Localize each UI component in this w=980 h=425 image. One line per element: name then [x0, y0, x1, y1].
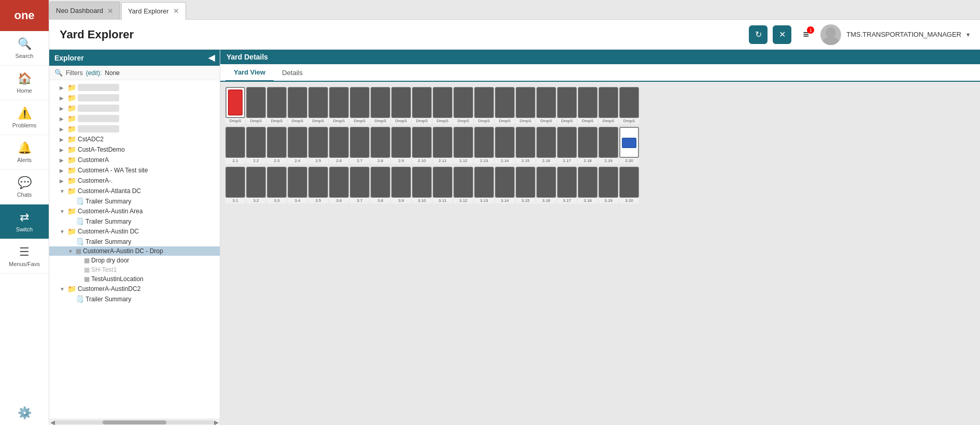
yard-slot-r2-18[interactable] [578, 127, 598, 158]
yard-slot-r1-2[interactable] [246, 87, 266, 118]
app-logo[interactable]: one [0, 0, 49, 31]
yard-slot-r3-5[interactable] [308, 167, 328, 198]
yard-slot-r3-14[interactable] [495, 167, 515, 198]
yard-slot-r1-20[interactable] [619, 87, 639, 118]
yard-slot-r2-10[interactable] [412, 127, 432, 158]
tree-item-trailer-summary-austin-dc[interactable]: 🗒️ Trailer Summary [49, 237, 220, 246]
tree-item-customera-atlanta[interactable]: ▼ 📁 CustomerA-Atlanta DC [49, 186, 220, 196]
tree-item-trailer-summary-austindc2[interactable]: 🗒️ Trailer Summary [49, 294, 220, 304]
sidebar-item-search[interactable]: 🔍 Search [0, 31, 49, 66]
yard-slot-r3-8[interactable] [371, 167, 390, 198]
scroll-left-arrow[interactable]: ◀ [50, 419, 55, 426]
scroll-right-arrow[interactable]: ▶ [214, 419, 219, 426]
yard-slot-r1-4[interactable] [288, 87, 307, 118]
yard-slot-r2-14[interactable] [495, 127, 515, 158]
yard-slot-r3-12[interactable] [453, 167, 473, 198]
tree-item-custa-testdemo[interactable]: ▶ 📁 CustA-TestDemo [49, 144, 220, 155]
yard-slot-r2-4[interactable] [288, 127, 307, 158]
yard-slot-r1-9[interactable] [391, 87, 411, 118]
yard-slot-r1-5[interactable] [308, 87, 328, 118]
tree-item-customera-dot[interactable]: ▶ 📁 CustomerA-. [49, 175, 220, 186]
tree-item-blurred-5[interactable]: ▶ 📁 [49, 124, 220, 134]
yard-slot-r2-13[interactable] [474, 127, 494, 158]
sidebar-item-home[interactable]: 🏠 Home [0, 66, 49, 100]
explorer-collapse-button[interactable]: ◀ [208, 53, 215, 63]
yard-slot-r1-7[interactable] [350, 87, 370, 118]
yard-slot-r2-1[interactable] [225, 127, 245, 158]
yard-slot-r2-8[interactable] [371, 127, 390, 158]
yard-slot-r2-16[interactable] [536, 127, 556, 158]
tree-item-test-austin-location[interactable]: ▦ TestAustinLocation [49, 274, 220, 284]
yard-slot-r1-16[interactable] [536, 87, 556, 118]
yard-slot-r2-19[interactable] [599, 127, 618, 158]
yard-slot-r3-9[interactable] [391, 167, 411, 198]
yard-slot-r3-17[interactable] [557, 167, 577, 198]
tab-close-neo-dashboard[interactable]: ✕ [107, 7, 113, 14]
tree-item-drop-dry-door[interactable]: ▦ Drop dry door [49, 256, 220, 265]
tree-item-customera-austindc2[interactable]: ▼ 📁 CustomerA-AustinDC2 [49, 284, 220, 294]
yard-slot-r2-3[interactable] [267, 127, 287, 158]
yard-slot-r3-19[interactable] [599, 167, 618, 198]
yard-slot-r2-12[interactable] [453, 127, 473, 158]
yard-slot-r3-10[interactable] [412, 167, 432, 198]
yard-slot-r1-19[interactable] [599, 87, 618, 118]
yard-slot-r1-18[interactable] [578, 87, 598, 118]
yard-slot-r2-5[interactable] [308, 127, 328, 158]
tab-yard-view[interactable]: Yard View [225, 64, 274, 82]
sidebar-item-settings[interactable]: ⚙️ [0, 401, 49, 425]
tree-item-blurred-1[interactable]: ▶ 📁 [49, 82, 220, 93]
yard-slot-r2-9[interactable] [391, 127, 411, 158]
tree-item-sh-test1[interactable]: ▦ SH-Test1 [49, 265, 220, 274]
yard-slot-r3-6[interactable] [329, 167, 349, 198]
yard-slot-r2-17[interactable] [557, 127, 577, 158]
yard-slot-r3-3[interactable] [267, 167, 287, 198]
yard-slot-r2-20-blue[interactable] [619, 127, 639, 158]
yard-slot-r3-16[interactable] [536, 167, 556, 198]
yard-slot-r3-18[interactable] [578, 167, 598, 198]
user-dropdown-icon[interactable]: ▾ [967, 31, 970, 38]
tree-item-customera-austin-dc[interactable]: ▼ 📁 CustomerA-Austin DC [49, 226, 220, 237]
yard-slot-r1-12[interactable] [453, 87, 473, 118]
yard-slot-r2-11[interactable] [433, 127, 452, 158]
yard-slot-r3-11[interactable] [433, 167, 452, 198]
tab-details[interactable]: Details [274, 64, 311, 81]
yard-slot-r3-7[interactable] [350, 167, 370, 198]
yard-slot-r1-3[interactable] [267, 87, 287, 118]
sidebar-item-switch[interactable]: ⇄ Switch [0, 204, 49, 239]
yard-slot-r3-2[interactable] [246, 167, 266, 198]
tree-item-blurred-3[interactable]: ▶ 📁 [49, 103, 220, 113]
yard-slot-r1-17[interactable] [557, 87, 577, 118]
yard-slot-r3-20[interactable] [619, 167, 639, 198]
yard-slot-r1-11[interactable] [433, 87, 452, 118]
sidebar-item-chats[interactable]: 💬 Chats [0, 170, 49, 204]
tab-yard-explorer[interactable]: Yard Explorer ✕ [121, 2, 186, 20]
menu-button[interactable]: ≡ 1 [797, 25, 815, 44]
tree-item-trailer-summary-atlanta[interactable]: 🗒️ Trailer Summary [49, 196, 220, 206]
yard-slot-r1-13[interactable] [474, 87, 494, 118]
yard-slot-r3-15[interactable] [516, 167, 535, 198]
tab-neo-dashboard[interactable]: Neo Dashboard ✕ [49, 2, 120, 19]
sidebar-item-alerts[interactable]: 🔔 Alerts [0, 135, 49, 170]
yard-slot-r2-6[interactable] [329, 127, 349, 158]
sidebar-item-problems[interactable]: ⚠️ Problems [0, 100, 49, 135]
filters-edit-link[interactable]: (edit): [86, 69, 102, 77]
yard-slot-r3-4[interactable] [288, 167, 307, 198]
tree-item-blurred-2[interactable]: ▶ 📁 [49, 93, 220, 103]
yard-slot-red[interactable] [225, 87, 245, 118]
tree-item-customera[interactable]: ▶ 📁 CustomerA [49, 155, 220, 165]
scroll-track[interactable] [55, 420, 214, 424]
yard-slot-r2-15[interactable] [516, 127, 535, 158]
tree-item-customera-austin-dc-drop[interactable]: ▼ ▦ CustomerA-Austin DC - Drop [49, 246, 220, 256]
yard-slot-r1-15[interactable] [516, 87, 535, 118]
yard-slot-r1-8[interactable] [371, 87, 390, 118]
close-button[interactable]: ✕ [773, 25, 791, 44]
tree-item-trailer-summary-austin-area[interactable]: 🗒️ Trailer Summary [49, 216, 220, 226]
yard-slot-r2-7[interactable] [350, 127, 370, 158]
yard-slot-r3-13[interactable] [474, 167, 494, 198]
explorer-horizontal-scrollbar[interactable]: ◀ ▶ [49, 419, 220, 425]
tree-item-cst-adc2[interactable]: ▶ 📁 CstADC2 [49, 134, 220, 144]
tree-item-blurred-4[interactable]: ▶ 📁 [49, 113, 220, 124]
tree-item-customera-austin-area[interactable]: ▼ 📁 CustomerA-Austin Area [49, 206, 220, 216]
yard-slot-r3-1[interactable] [225, 167, 245, 198]
refresh-button[interactable]: ↻ [749, 25, 768, 44]
